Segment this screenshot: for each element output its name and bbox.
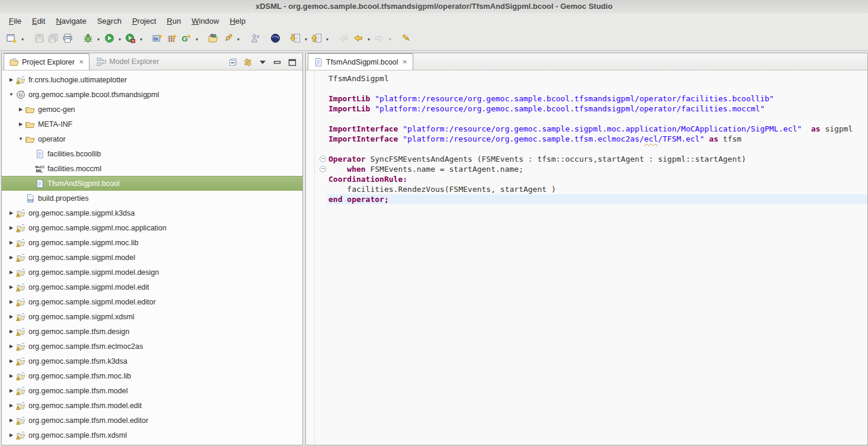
new-wizard-button[interactable] xyxy=(5,33,19,47)
code-line[interactable]: ImportInterface "platform:/resource/org.… xyxy=(306,134,867,144)
web-browser-button[interactable] xyxy=(268,33,282,47)
expand-arrow-icon[interactable]: ▶ xyxy=(16,121,25,127)
code-line[interactable] xyxy=(306,114,867,124)
tree-item[interactable]: MoCCMLfacilities.moccml xyxy=(2,161,302,176)
view-menu-icon[interactable] xyxy=(257,57,268,67)
tree-item[interactable]: ▶org.gemoc.sample.sigpml.xdsml xyxy=(2,309,302,324)
previous-annotation-dropdown-arrow[interactable]: ▾ xyxy=(324,37,331,42)
tree-item[interactable]: 010build.properties xyxy=(2,191,302,206)
expand-arrow-icon[interactable]: ▶ xyxy=(7,299,16,304)
expand-arrow-icon[interactable]: ▶ xyxy=(7,432,16,438)
highlighter-button[interactable] xyxy=(400,33,414,47)
expand-arrow-icon[interactable]: ▶ xyxy=(7,77,16,82)
run-button[interactable] xyxy=(102,33,116,47)
tree-item[interactable]: ▶org.gemoc.sample.tfsm.design xyxy=(2,324,302,339)
code-line[interactable]: ImportLib "platform:/resource/org.gemoc.… xyxy=(306,94,867,104)
menu-file[interactable]: File xyxy=(4,15,27,27)
expand-arrow-icon[interactable]: ▶ xyxy=(7,225,16,230)
menu-project[interactable]: Project xyxy=(127,15,161,27)
expand-arrow-icon[interactable]: ▶ xyxy=(7,240,16,245)
debug-button[interactable] xyxy=(81,33,95,47)
new-modeling-project-button[interactable]: Gr xyxy=(151,33,165,47)
tree-item[interactable]: ▶org.gemoc.sample.tfsm.model xyxy=(2,383,302,398)
tree-item[interactable]: ▶org.gemoc.sample.sigpml.moc.lib xyxy=(2,235,302,250)
tree-item[interactable]: ▶org.gemoc.sample.sigpml.model.edit xyxy=(2,280,302,294)
tree-item[interactable]: ▶org.gemoc.sample.sigpml.k3dsa xyxy=(2,206,302,220)
expand-arrow-icon[interactable]: ▶ xyxy=(7,388,16,393)
editor-tab[interactable]: TfsmAndSigpml.bcool✕ xyxy=(308,53,413,70)
code-editor[interactable]: TfsmAndSigpml ImportLib "platform:/resou… xyxy=(306,70,867,445)
run-last-dropdown-arrow[interactable]: ▾ xyxy=(138,37,145,42)
close-tab-icon[interactable]: ✕ xyxy=(403,59,407,65)
back-dropdown-arrow[interactable]: ▾ xyxy=(365,37,372,42)
menu-search[interactable]: Search xyxy=(92,15,127,27)
new-gemoc-project-dropdown-arrow[interactable]: ▾ xyxy=(193,37,200,42)
tree-item[interactable]: ▶org.gemoc.sample.tfsm.model.edit xyxy=(2,398,302,413)
expand-arrow-icon[interactable]: ▶ xyxy=(7,314,16,319)
expand-arrow-icon[interactable]: ▶ xyxy=(7,418,16,423)
new-gemoc-project-button[interactable]: G xyxy=(179,33,193,47)
tree-item[interactable]: facilities.bcoollib xyxy=(2,146,302,161)
code-line[interactable]: facilities.RendezVous(FSMEvents, startAg… xyxy=(306,184,867,194)
print-button[interactable] xyxy=(60,33,75,47)
back-button[interactable] xyxy=(351,33,365,47)
code-line[interactable]: CoordinationRule: xyxy=(306,174,867,184)
close-tab-icon[interactable]: ✕ xyxy=(79,59,84,65)
expand-arrow-icon[interactable]: ▶ xyxy=(7,344,16,349)
link-with-editor-icon[interactable] xyxy=(242,57,253,67)
debug-dropdown-arrow[interactable]: ▾ xyxy=(95,37,102,42)
tree-item[interactable]: ▶META-INF xyxy=(2,117,302,131)
tree-item[interactable]: ▶org.gemoc.sample.sigpml.model.editor xyxy=(2,294,302,309)
collapse-all-icon[interactable] xyxy=(228,57,238,67)
maximize-icon[interactable] xyxy=(287,57,298,67)
tree-item[interactable]: ▶gemoc-gen xyxy=(2,102,302,117)
expand-arrow-icon[interactable]: ▶ xyxy=(7,255,16,260)
code-line[interactable]: − when FSMEvents.name = startAgent.name; xyxy=(306,164,867,174)
run-dropdown-arrow[interactable]: ▾ xyxy=(116,37,123,42)
expand-arrow-icon[interactable]: ▶ xyxy=(7,269,16,275)
tree-item[interactable]: TfsmAndSigpml.bcool xyxy=(2,176,302,191)
next-annotation-button[interactable] xyxy=(288,33,302,47)
tree-item[interactable]: ▶org.gemoc.sample.sigpml.moc.application xyxy=(2,220,302,235)
menu-run[interactable]: Run xyxy=(161,15,186,27)
code-line[interactable]: −Operator SyncFSMEventsAndAgents (FSMEve… xyxy=(306,154,867,164)
tree-item[interactable]: ▶org.gemoc.sample.tfsm.moc.lib xyxy=(2,368,302,383)
fold-collapse-icon[interactable]: − xyxy=(320,166,326,172)
tree-item[interactable]: ▶org.gemoc.sample.tfsm.model.editor xyxy=(2,413,302,428)
expand-arrow-icon[interactable]: ▼ xyxy=(16,136,25,142)
new-wizard-dropdown-arrow[interactable]: ▾ xyxy=(19,37,26,42)
code-line[interactable]: end operator; xyxy=(306,194,867,204)
menu-navigate[interactable]: Navigate xyxy=(50,15,91,27)
menu-window[interactable]: Window xyxy=(186,15,224,27)
expand-arrow-icon[interactable]: ▶ xyxy=(7,373,16,378)
code-line[interactable]: ImportLib "platform:/resource/org.gemoc.… xyxy=(306,104,867,114)
tree-item[interactable]: ▼Gorg.gemoc.sample.bcool.tfsmandsigpml xyxy=(2,87,302,102)
code-line[interactable]: TfsmAndSigpml xyxy=(306,73,867,84)
code-line[interactable] xyxy=(306,144,867,154)
search-dropdown-arrow[interactable]: ▾ xyxy=(235,37,242,42)
code-line[interactable] xyxy=(306,84,867,94)
search-button[interactable] xyxy=(221,33,235,47)
window-titlebar[interactable]: xDSML - org.gemoc.sample.bcool.tfsmandsi… xyxy=(0,0,868,13)
fold-collapse-icon[interactable]: − xyxy=(320,156,326,162)
tree-item[interactable]: ▶org.gemoc.sample.tfsm.xdsml xyxy=(2,428,302,442)
expand-arrow-icon[interactable]: ▶ xyxy=(7,329,16,334)
run-last-button[interactable] xyxy=(123,33,138,47)
previous-annotation-button[interactable] xyxy=(309,33,324,47)
expand-arrow-icon[interactable]: ▶ xyxy=(7,210,16,216)
expand-arrow-icon[interactable]: ▶ xyxy=(7,403,16,408)
view-tab-model-explorer[interactable]: Model Explorer xyxy=(91,53,164,70)
tree-item[interactable]: ▼operator xyxy=(2,131,302,146)
expand-arrow-icon[interactable]: ▶ xyxy=(7,358,16,364)
menu-help[interactable]: Help xyxy=(224,15,251,27)
menu-edit[interactable]: Edit xyxy=(27,15,50,27)
code-line[interactable]: ImportInterface "platform:/resource/org.… xyxy=(306,124,867,134)
expand-arrow-icon[interactable]: ▼ xyxy=(7,92,16,97)
tree-item[interactable]: ▶org.gemoc.sample.sigpml.model.design xyxy=(2,265,302,280)
expand-arrow-icon[interactable]: ▶ xyxy=(7,284,16,290)
tree-item[interactable]: ▶org.gemoc.sample.tfsm.k3dsa xyxy=(2,354,302,368)
minimize-icon[interactable] xyxy=(272,57,283,67)
tree-item[interactable]: ▶org.gemoc.sample.sigpml.model xyxy=(2,250,302,265)
new-plugin-project-button[interactable] xyxy=(165,33,179,47)
view-tab-project-explorer[interactable]: Project Explorer✕ xyxy=(4,53,90,70)
